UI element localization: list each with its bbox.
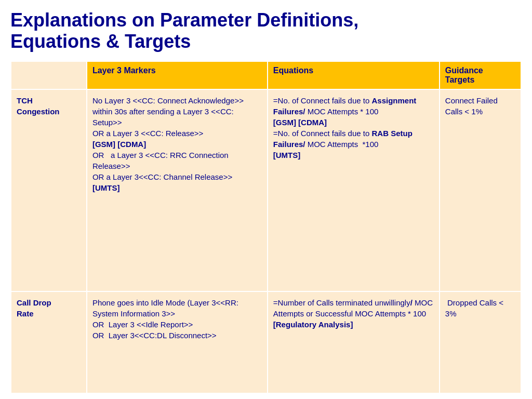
- umts-label-1: [UMTS]: [92, 183, 120, 192]
- th-guidance: GuidanceTargets: [440, 61, 521, 89]
- rab-setup-failures: RAB Setup Failures/: [273, 129, 413, 149]
- gsm-cdma-eq-label: [GSM] [CDMA]: [273, 118, 327, 127]
- row-equations-tch: =No. of Connect fails due to Assignment …: [268, 89, 440, 292]
- regulatory-analysis: [Regulatory Analysis]: [273, 320, 353, 329]
- title-line1: Explanations on Parameter Definitions,: [10, 9, 358, 31]
- th-layer3: Layer 3 Markers: [87, 61, 268, 89]
- th-equations: Equations: [268, 61, 440, 89]
- th-guidance-text: GuidanceTargets: [445, 66, 483, 84]
- th-empty: [11, 61, 87, 89]
- row-layer3-cdr: Phone goes into Idle Mode (Layer 3<<RR: …: [87, 291, 268, 393]
- assignment-failures: Assignment Failures/: [273, 96, 417, 116]
- table-row: Call DropRate Phone goes into Idle Mode …: [11, 291, 521, 393]
- title-line2: Equations & Targets: [10, 31, 191, 52]
- main-table: Layer 3 Markers Equations GuidanceTarget…: [10, 61, 522, 394]
- table-row: TCHCongestion No Layer 3 <<CC: Connect A…: [11, 89, 521, 292]
- page-container: Explanations on Parameter Definitions, E…: [0, 0, 532, 399]
- row-layer3-tch: No Layer 3 <<CC: Connect Acknowledge>> w…: [87, 89, 268, 292]
- row-label-tch: TCHCongestion: [11, 89, 87, 292]
- slash-bold: /: [410, 298, 413, 307]
- gsm-cdma-label-1: [GSM] [CDMA]: [92, 140, 146, 149]
- row-guidance-tch: Connect Failed Calls < 1%: [440, 89, 521, 292]
- row-label-cdr: Call DropRate: [11, 291, 87, 393]
- page-title: Explanations on Parameter Definitions, E…: [10, 9, 522, 52]
- row-equations-cdr: =Number of Calls terminated unwillingly/…: [268, 291, 440, 393]
- table-header-row: Layer 3 Markers Equations GuidanceTarget…: [11, 61, 521, 89]
- row-guidance-cdr: Dropped Calls < 3%: [440, 291, 521, 393]
- umts-eq-label: [UMTS]: [273, 151, 301, 159]
